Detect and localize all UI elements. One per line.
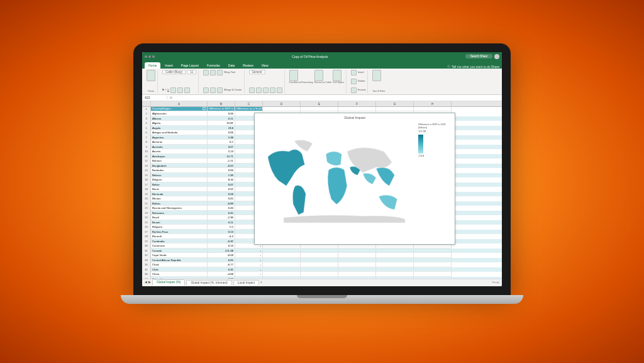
data-cell[interactable]: -0.02 [208, 164, 235, 169]
wrap-text-button[interactable]: Wrap Text [224, 71, 235, 74]
sheet-tab-3[interactable]: Local Impact [233, 280, 259, 286]
empty-cell[interactable] [263, 262, 301, 267]
data-cell[interactable]: 0.24 [208, 230, 235, 235]
empty-cell[interactable] [376, 249, 414, 254]
empty-cell[interactable] [263, 253, 301, 258]
sort-filter-icon[interactable] [372, 70, 381, 81]
data-cell[interactable]: 0.07 [208, 182, 235, 187]
data-cell[interactable]: -4.68 [208, 272, 235, 277]
row-header[interactable]: 15 [142, 173, 151, 178]
share-button[interactable]: Share [491, 65, 499, 69]
tab-page-layout[interactable]: Page Layout [177, 62, 203, 69]
row-header[interactable]: 18 [142, 187, 151, 192]
data-cell[interactable]: 8.16 [208, 177, 235, 182]
row-header[interactable]: 9 [142, 145, 151, 150]
data-cell[interactable]: - [235, 262, 263, 267]
name-box[interactable]: A21 [142, 96, 167, 99]
align-middle-icon[interactable] [210, 70, 216, 75]
data-cell[interactable]: -4.4 [208, 234, 235, 239]
data-cell[interactable]: -0.03 [208, 253, 235, 258]
data-cell[interactable]: 0.06 [208, 168, 235, 173]
row-header[interactable]: 2 [142, 111, 151, 116]
data-cell[interactable]: Brunei [151, 220, 208, 225]
row-header[interactable]: 19 [142, 192, 151, 197]
paste-icon[interactable] [147, 70, 155, 81]
column-header[interactable]: C [235, 101, 263, 106]
row-header[interactable]: 10 [142, 149, 151, 154]
tab-insert[interactable]: Insert [161, 62, 177, 69]
row-header[interactable]: 21 [142, 201, 151, 206]
empty-cell[interactable] [301, 253, 338, 258]
format-table-icon[interactable] [314, 70, 323, 81]
align-left-icon[interactable] [203, 87, 209, 93]
empty-cell[interactable] [301, 258, 338, 263]
row-header[interactable]: 12 [142, 159, 151, 164]
row-header[interactable]: 22 [142, 206, 151, 211]
data-cell[interactable]: Bermuda [151, 192, 208, 197]
border-icon[interactable] [170, 87, 176, 93]
empty-cell[interactable] [414, 272, 452, 277]
row-header[interactable]: 30 [142, 243, 151, 249]
empty-cell[interactable] [338, 272, 376, 277]
cond-format-icon[interactable] [289, 70, 298, 81]
data-cell[interactable]: Belarus [151, 173, 208, 178]
data-cell[interactable]: -0.32 [208, 239, 235, 244]
data-cell[interactable]: 0.05 [208, 196, 235, 201]
data-cell[interactable]: Albania [151, 116, 208, 121]
empty-cell[interactable] [301, 267, 338, 272]
row-header[interactable]: 16 [142, 177, 151, 182]
tab-view[interactable]: View [258, 62, 272, 69]
number-format-select[interactable]: General [249, 70, 265, 74]
tab-data[interactable]: Data [225, 62, 239, 69]
empty-cell[interactable] [338, 258, 376, 263]
data-cell[interactable]: -2.36 [208, 215, 235, 220]
data-cell[interactable]: Bangladesh [151, 164, 208, 169]
data-cell[interactable]: 3.07 [208, 145, 235, 150]
data-cell[interactable]: - [235, 253, 263, 258]
row-header[interactable]: 17 [142, 182, 151, 187]
empty-cell[interactable] [376, 277, 414, 279]
empty-cell[interactable] [301, 272, 338, 277]
data-cell[interactable]: 0.2 [208, 140, 235, 145]
empty-cell[interactable] [263, 107, 301, 112]
data-cell[interactable]: 0.45 [208, 211, 235, 216]
data-cell[interactable]: 0.11 [208, 116, 235, 121]
column-header[interactable]: G [376, 101, 414, 106]
dec-decimal-icon[interactable] [277, 87, 282, 93]
search-input[interactable]: Search Sheet [465, 54, 492, 59]
data-cell[interactable]: Bulgaria [151, 225, 208, 230]
data-cell[interactable]: - [235, 249, 263, 254]
align-right-icon[interactable] [217, 87, 223, 93]
chart-object[interactable]: Global Impact [254, 113, 455, 245]
data-cell[interactable]: - [235, 277, 263, 279]
delete-cells-icon[interactable] [351, 79, 357, 84]
sheet-tab-1[interactable]: Global Impact (%) [152, 279, 185, 286]
percent-icon[interactable] [256, 87, 262, 93]
underline-button[interactable]: U [167, 89, 169, 92]
data-cell[interactable]: 1.39 [208, 173, 235, 178]
empty-cell[interactable] [414, 249, 452, 254]
empty-cell[interactable] [338, 277, 376, 279]
data-cell[interactable]: Burundi [151, 234, 208, 239]
tell-me[interactable]: Tell me what you want to do [447, 65, 491, 69]
align-top-icon[interactable] [203, 70, 209, 75]
data-cell[interactable]: - [235, 267, 263, 272]
row-header[interactable]: 32 [142, 253, 151, 258]
data-cell[interactable]: Austria [151, 149, 208, 154]
data-cell[interactable]: Chad [151, 262, 208, 267]
currency-icon[interactable] [249, 87, 255, 93]
comma-icon[interactable] [263, 87, 269, 93]
data-cell[interactable]: Australia [151, 145, 208, 150]
data-cell[interactable]: - [235, 258, 263, 263]
data-cell[interactable]: 19.81 [208, 121, 235, 126]
row-header[interactable]: 4 [142, 121, 151, 126]
empty-cell[interactable] [376, 272, 414, 277]
data-cell[interactable]: -0.83 [208, 277, 235, 279]
data-cell[interactable]: 5.5 [208, 225, 235, 230]
data-cell[interactable]: Cameroon [151, 243, 208, 249]
font-name-select[interactable]: Calibri (Body) [162, 70, 186, 74]
data-cell[interactable]: 121.08 [208, 249, 235, 254]
data-cell[interactable]: 5.24 [208, 149, 235, 154]
row-header[interactable]: 28 [142, 234, 151, 239]
data-cell[interactable]: 23.8 [208, 126, 235, 131]
